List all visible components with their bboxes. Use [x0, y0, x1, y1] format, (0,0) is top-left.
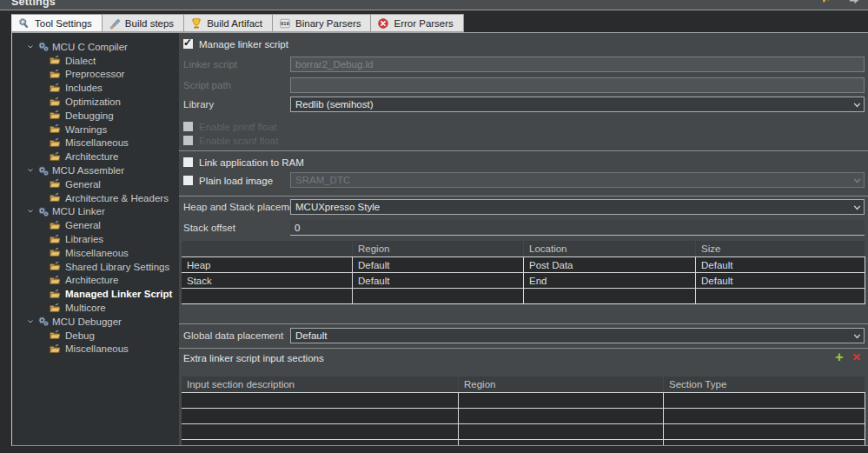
folder-icon [49, 123, 61, 135]
tree-item-debug[interactable]: Debug [12, 329, 179, 343]
tree-item-libraries[interactable]: Libraries [12, 232, 179, 246]
folder-icon [49, 55, 61, 66]
enable-scanf-float-row: Enable scanf float [183, 135, 278, 146]
section-divider [179, 150, 868, 151]
forward-arrow-icon[interactable] [848, 0, 861, 6]
tree-item-debugging[interactable]: Debugging [12, 109, 179, 123]
tools-icon [18, 17, 30, 30]
binary-file-icon [279, 17, 291, 30]
heap-stack-placement-select[interactable]: MCUXpresso Style [290, 199, 865, 215]
tree-item-debugger-miscellaneous[interactable]: Miscellaneous [12, 343, 179, 356]
tree-item-assembler-general[interactable]: General [12, 177, 179, 191]
tree-item-mcu-assembler[interactable]: MCU Assembler [12, 163, 179, 177]
linker-script-input: borrar2_Debug.ld [290, 57, 865, 72]
tab-label: Binary Parsers [295, 18, 361, 29]
library-select[interactable]: Redlib (semihost) [290, 97, 865, 112]
chevron-down-icon[interactable] [26, 317, 35, 326]
table-row-empty[interactable] [182, 439, 865, 445]
table-row-empty[interactable] [182, 423, 865, 439]
tab-label: Error Parsers [394, 18, 453, 29]
add-section-icon[interactable]: + [835, 351, 843, 363]
column-header-input-section: Input section description [182, 376, 459, 392]
delete-section-icon[interactable]: ✕ [852, 351, 861, 363]
extra-sections-toolbar: + ✕ [835, 350, 861, 365]
folder-icon [49, 97, 61, 108]
column-header [182, 241, 353, 256]
tree-item-mcu-debugger[interactable]: MCU Debugger [12, 315, 179, 329]
manage-linker-script-checkbox[interactable] [183, 39, 193, 49]
tree-item-shared-library-settings[interactable]: Shared Library Settings [12, 260, 179, 274]
heap-stack-placement-label: Heap and Stack placement [183, 202, 303, 212]
global-data-placement-select[interactable]: Default [290, 328, 865, 343]
section-divider [179, 348, 868, 349]
table-row-empty[interactable] [182, 408, 865, 423]
tree-item-linker-architecture[interactable]: Architecture [12, 274, 179, 288]
folder-icon [49, 192, 61, 203]
chevron-down-icon [851, 175, 863, 186]
tree-item-architecture-headers[interactable]: Architecture & Headers [12, 191, 179, 205]
tree-item-managed-linker-script[interactable]: Managed Linker Script [12, 287, 179, 301]
chevron-down-icon[interactable] [26, 207, 35, 216]
link-application-to-ram-row: Link application to RAM [183, 157, 304, 168]
tool-settings-content: MCU C Compiler Dialect Preprocessor Incl… [11, 32, 868, 446]
global-data-placement-label: Global data placement [183, 330, 283, 341]
table-row-empty [182, 288, 865, 303]
tree-item-compiler-architecture[interactable]: Architecture [12, 150, 179, 163]
tree-item-mcu-linker[interactable]: MCU Linker [12, 205, 179, 219]
table-row-stack[interactable]: Stack Default End Default [182, 272, 865, 288]
tab-build-artifact[interactable]: Build Artifact [184, 14, 273, 32]
library-label: Library [183, 99, 214, 110]
tab-label: Build steps [125, 18, 174, 29]
table-row-heap[interactable]: Heap Default Post Data Default [182, 256, 865, 272]
link-application-to-ram-label: Link application to RAM [199, 157, 304, 168]
column-header-section-type: Section Type [664, 376, 865, 392]
restore-defaults-icon[interactable] [821, 0, 834, 6]
manage-linker-script-row: Manage linker script [183, 38, 288, 50]
tree-item-includes[interactable]: Includes [12, 81, 179, 95]
tab-build-steps[interactable]: Build steps [103, 14, 184, 32]
link-application-to-ram-checkbox[interactable] [183, 157, 193, 167]
tree-item-compiler-miscellaneous[interactable]: Miscellaneous [12, 137, 179, 150]
page-title: Settings [11, 0, 56, 8]
enable-scanf-float-checkbox [183, 136, 193, 145]
enable-printf-float-row: Enable printf float [183, 121, 277, 132]
gears-icon [37, 41, 50, 52]
tree-item-multicore[interactable]: Multicore [12, 301, 179, 315]
tree-item-preprocessor[interactable]: Preprocessor [12, 68, 179, 82]
extra-sections-table: Input section description Region Section… [182, 376, 865, 445]
enable-printf-float-checkbox [183, 122, 193, 131]
column-header-region: Region [459, 376, 664, 392]
build-steps-icon [109, 17, 121, 30]
enable-printf-float-label: Enable printf float [199, 122, 277, 132]
folder-icon [49, 137, 61, 149]
plain-load-image-checkbox[interactable] [183, 176, 193, 185]
settings-title-bar: Settings [0, 0, 868, 10]
folder-icon [49, 234, 61, 245]
extra-linker-sections-label: Extra linker script input sections [183, 353, 324, 363]
chevron-down-icon[interactable] [26, 166, 35, 175]
tab-tool-settings[interactable]: Tool Settings [11, 14, 103, 32]
chevron-down-icon [851, 330, 863, 342]
folder-icon [49, 110, 61, 121]
error-icon [377, 17, 389, 30]
tree-item-linker-general[interactable]: General [12, 218, 179, 232]
tree-item-linker-miscellaneous[interactable]: Miscellaneous [12, 246, 179, 260]
stack-offset-input[interactable]: 0 [290, 220, 865, 236]
chevron-down-icon[interactable] [26, 43, 35, 51]
tree-item-mcu-c-compiler[interactable]: MCU C Compiler [12, 40, 179, 54]
chevron-down-icon [851, 202, 863, 213]
tab-label: Tool Settings [35, 18, 92, 29]
table-row-empty[interactable] [182, 392, 865, 408]
tree-item-warnings[interactable]: Warnings [12, 123, 179, 137]
tab-binary-parsers[interactable]: Binary Parsers [273, 14, 371, 32]
gears-icon [37, 165, 50, 177]
manage-linker-script-label: Manage linker script [199, 39, 288, 50]
folder-icon [49, 220, 61, 231]
tree-item-dialect[interactable]: Dialect [12, 54, 179, 68]
section-divider [179, 323, 868, 324]
plain-load-image-row: Plain load image [183, 175, 273, 186]
tree-item-optimization[interactable]: Optimization [12, 95, 179, 109]
folder-icon [49, 261, 61, 272]
tab-error-parsers[interactable]: Error Parsers [371, 14, 463, 32]
stack-offset-label: Stack offset [183, 223, 235, 233]
